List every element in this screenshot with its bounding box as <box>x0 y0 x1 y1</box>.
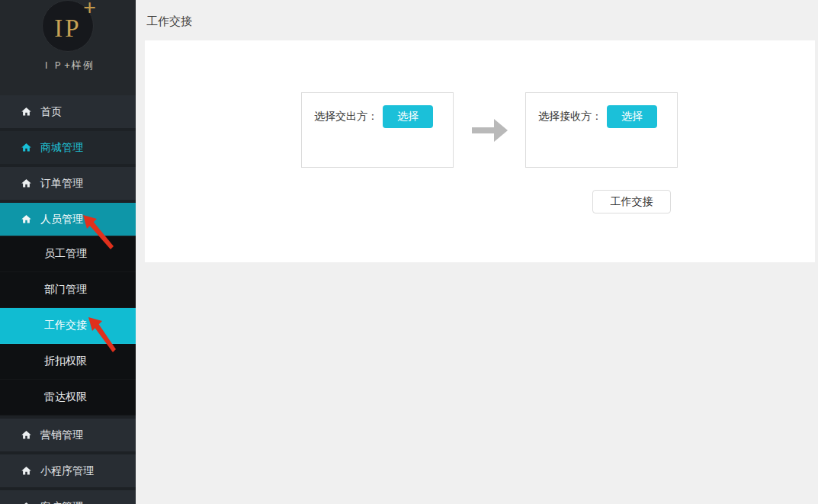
sidebar-item-personnel-management[interactable]: 人员管理 <box>0 203 136 236</box>
sidebar-item-label: 折扣权限 <box>44 355 87 368</box>
sidebar-item-miniprogram-management[interactable]: 小程序管理 <box>0 454 136 487</box>
logo: IP + <box>42 0 94 52</box>
sidebar-item-label: 工作交接 <box>44 319 87 332</box>
sidebar-item-label: 商城管理 <box>40 141 83 155</box>
personnel-submenu: 员工管理 部门管理 工作交接 折扣权限 雷达权限 <box>0 236 136 416</box>
logo-text: IP <box>54 10 81 43</box>
sidebar-item-discount-permission[interactable]: 折扣权限 <box>0 344 136 380</box>
sidebar-item-employee-management[interactable]: 员工管理 <box>0 236 136 272</box>
sidebar-item-work-handover[interactable]: 工作交接 <box>0 308 136 344</box>
logo-plus: + <box>83 0 96 21</box>
logo-block: IP + ＩＰ+样例 <box>0 0 136 95</box>
home-icon <box>21 106 32 117</box>
home-icon <box>21 213 32 225</box>
receiver-select-box: 选择接收方： 选择 <box>525 92 678 168</box>
sidebar-item-label: 营销管理 <box>40 429 83 442</box>
sidebar-item-label: 首页 <box>40 105 62 119</box>
handover-card: 选择交出方： 选择 选择接收方： 选择 工作交接 <box>145 40 815 262</box>
giver-select-box: 选择交出方： 选择 <box>301 92 454 168</box>
sidebar-item-order-management[interactable]: 订单管理 <box>0 167 136 200</box>
sidebar-item-label: 人员管理 <box>40 213 83 226</box>
home-icon <box>21 178 32 189</box>
sidebar-item-label: 订单管理 <box>40 177 83 191</box>
sidebar-item-department-management[interactable]: 部门管理 <box>0 272 136 308</box>
sidebar: IP + ＩＰ+样例 首页 商城管理 订单管理 人员管理 员工管理 部门管理 <box>0 0 136 504</box>
sidebar-item-label: 部门管理 <box>44 283 87 297</box>
home-icon <box>21 142 32 153</box>
receiver-pick-button[interactable]: 选择 <box>607 105 657 128</box>
sidebar-menu: 首页 商城管理 订单管理 人员管理 员工管理 部门管理 工作交接 折扣权限 <box>0 95 136 504</box>
logo-caption: ＩＰ+样例 <box>0 59 136 72</box>
sidebar-item-label: 客户管理 <box>40 500 83 504</box>
home-icon <box>21 429 32 441</box>
sidebar-item-label: 员工管理 <box>44 247 87 261</box>
work-handover-submit-button[interactable]: 工作交接 <box>592 190 671 213</box>
main-content: 工作交接 选择交出方： 选择 选择接收方： 选择 工作交接 <box>136 0 818 504</box>
receiver-label: 选择接收方： <box>538 110 602 124</box>
sidebar-item-marketing-management[interactable]: 营销管理 <box>0 419 136 451</box>
sidebar-item-customer-management[interactable]: 客户管理 <box>0 490 136 504</box>
sidebar-item-home[interactable]: 首页 <box>0 95 136 128</box>
sidebar-item-label: 雷达权限 <box>44 390 87 404</box>
sidebar-item-label: 小程序管理 <box>40 464 94 478</box>
sidebar-item-mall-management[interactable]: 商城管理 <box>0 131 136 164</box>
giver-pick-button[interactable]: 选择 <box>383 105 433 128</box>
page-title: 工作交接 <box>146 14 192 29</box>
transfer-arrow-icon <box>471 116 509 145</box>
home-icon <box>21 501 32 504</box>
sidebar-item-radar-permission[interactable]: 雷达权限 <box>0 380 136 416</box>
giver-label: 选择交出方： <box>314 110 378 124</box>
home-icon <box>21 465 32 477</box>
